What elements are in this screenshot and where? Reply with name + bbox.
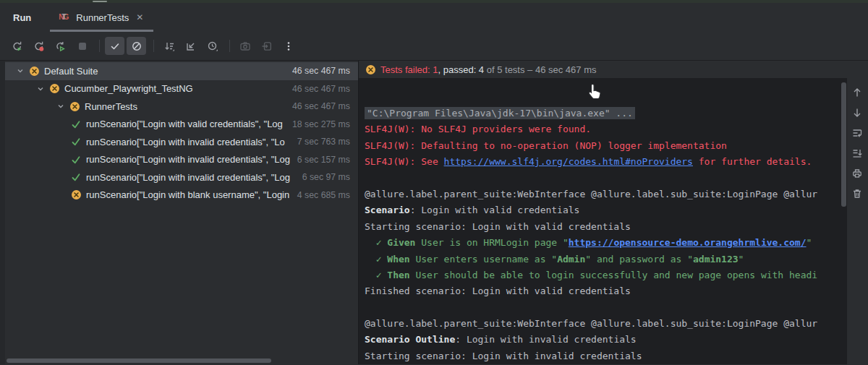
chevron-down-icon[interactable] [53,102,69,111]
more-options-button[interactable] [278,37,298,55]
horizontal-scrollbar[interactable] [5,358,358,364]
console-text: Scenario [365,205,410,215]
test-duration: 46 sec 467 ms [286,66,350,76]
console-line [365,300,847,316]
console-line: Finished scenario: Login with valid cred… [365,283,847,299]
test-failed-icon [48,83,60,94]
test-duration: 7 sec 763 ms [292,137,350,147]
console-text: : Login with invalid credentials [455,334,636,345]
console-text: admin123 [693,254,739,265]
summary-segment: , passed: 4 [438,64,485,75]
vertical-scrollbar[interactable] [841,81,846,364]
console-text: ✓ [365,237,387,248]
console-toolbar [847,61,868,364]
show-ignored-button[interactable] [127,37,146,55]
scroll-down-button[interactable] [849,105,865,121]
close-icon[interactable]: ✕ [136,12,143,22]
console-line: Starting scenario: Login with valid cred… [365,219,847,235]
tree-row[interactable]: Default Suite46 sec 467 ms [5,62,358,80]
test-failed-icon [70,189,82,200]
test-name: runScenario["Login with invalid credenti… [86,137,292,147]
clear-all-button[interactable] [849,186,865,202]
console-text: for further details. [693,156,812,167]
console-text: Given [387,237,415,248]
tree-row[interactable]: RunnerTests46 sec 467 ms [5,98,358,116]
top-strip-handle [93,1,107,2]
test-failed-icon [28,66,40,77]
console-text: @allure.label.parent_suite:WebInterface … [365,318,817,329]
console-text: Then [387,270,409,280]
stop-button[interactable] [72,37,92,55]
console-text: User is on HRMLogin page " [415,237,568,248]
console-text: User should be able to login successfull… [410,270,818,280]
console-link[interactable]: https://www.slf4j.org/codes.html#noProvi… [444,156,693,167]
print-button[interactable] [849,166,865,181]
tree-row[interactable]: runScenario["Login with invalid credenti… [5,151,358,169]
console-text: ✓ [365,254,387,265]
rerun-button[interactable] [7,37,27,55]
console-line: SLF4J(W): See https://www.slf4j.org/code… [365,154,847,170]
soft-wrap-button[interactable] [849,125,865,141]
summary-segment: of 5 tests – 46 sec 467 ms [484,64,596,75]
console-text: SLF4J(W): Defaulting to no-operation (NO… [365,140,727,151]
scroll-up-button[interactable] [849,85,865,100]
console-text: Finished scenario: Login with valid cred… [365,285,631,296]
sort-tests-button[interactable] [159,37,179,55]
screenshot-button[interactable] [235,37,255,55]
scroll-to-end-button[interactable] [849,145,865,161]
select-first-failed-button[interactable] [181,37,200,55]
tree-row[interactable]: runScenario["Login with invalid credenti… [5,168,358,186]
tab-title: RunnerTests [76,12,129,23]
show-passed-button[interactable] [105,37,124,55]
console-text: When [387,254,409,265]
test-name: runScenario["Login with invalid credenti… [86,172,297,183]
testng-icon: NG T [59,12,71,22]
console-line: SLF4J(W): Defaulting to no-operation (NO… [365,138,847,154]
console-line: ✓ Given User is on HRMLogin page "https:… [365,235,847,251]
test-tree-panel: Default Suite46 sec 467 msCucumber_Playw… [0,61,359,364]
console-text: : Login with valid credentials [410,205,580,215]
tab-runnertests[interactable]: NG T RunnerTests ✕ [50,3,153,32]
test-name: Default Suite [44,66,286,77]
console-text: " [807,237,812,248]
console-line: Starting scenario: Login with invalid cr… [365,348,847,364]
console-line: SLF4J(W): No SLF4J providers were found. [365,121,847,137]
console-link[interactable]: https://opensource-demo.orangehrmlive.co… [569,237,807,248]
test-summary-text: Tests failed: 1, passed: 4 of 5 tests – … [380,64,596,75]
console-line: "C:\Program Files\Java\jdk-17\bin\java.e… [365,106,847,121]
console-text: Starting scenario: Login with invalid cr… [365,351,642,361]
tree-row[interactable]: runScenario["Login with valid credential… [5,116,358,134]
test-duration: 6 sec 97 ms [297,172,350,182]
console-line: @allure.label.parent_suite:WebInterface … [365,186,847,202]
chevron-down-icon[interactable] [33,85,48,93]
test-passed-icon [70,137,82,147]
console-line: @allure.label.parent_suite:WebInterface … [365,316,847,332]
export-test-results-button[interactable] [257,37,276,55]
test-name: runScenario["Login with invalid credenti… [86,154,292,165]
console-text: ✓ [365,270,387,280]
test-tree: Default Suite46 sec 467 msCucumber_Playw… [5,61,358,204]
console-text: "C:\Program Files\Java\jdk-17\bin\java.e… [365,107,635,119]
test-duration: 6 sec 157 ms [292,155,350,165]
console-line: Scenario: Login with valid credentials [365,202,847,218]
test-name: runScenario["Login with valid credential… [86,119,286,129]
toggle-auto-test-button[interactable] [51,37,70,55]
test-history-button[interactable] [203,37,222,55]
console-line: ✓ Then User should be able to login succ… [365,267,847,283]
horizontal-scrollbar-thumb[interactable] [7,358,271,363]
test-duration: 18 sec 275 ms [286,119,350,129]
console-output: "C:\Program Files\Java\jdk-17\bin\java.e… [359,79,847,364]
tests-failed-icon [365,64,376,75]
console-text: Scenario Outline [365,334,455,345]
test-duration: 4 sec 685 ms [292,190,350,200]
tree-row[interactable]: runScenario["Login with invalid credenti… [5,133,358,151]
console-text: @allure.label.parent_suite:WebInterface … [365,189,817,199]
vertical-scrollbar-thumb[interactable] [841,82,846,207]
rerun-failed-tests-button[interactable] [29,37,48,55]
chevron-down-icon[interactable] [12,66,28,75]
console-text: " and password as " [585,254,693,265]
tree-row[interactable]: Cucumber_Playwright_TestNG46 sec 467 ms [5,80,358,98]
tree-row[interactable]: runScenario["Login with blank username",… [5,186,358,205]
console-text: SLF4J(W): See [365,156,444,167]
test-passed-icon [70,119,82,129]
